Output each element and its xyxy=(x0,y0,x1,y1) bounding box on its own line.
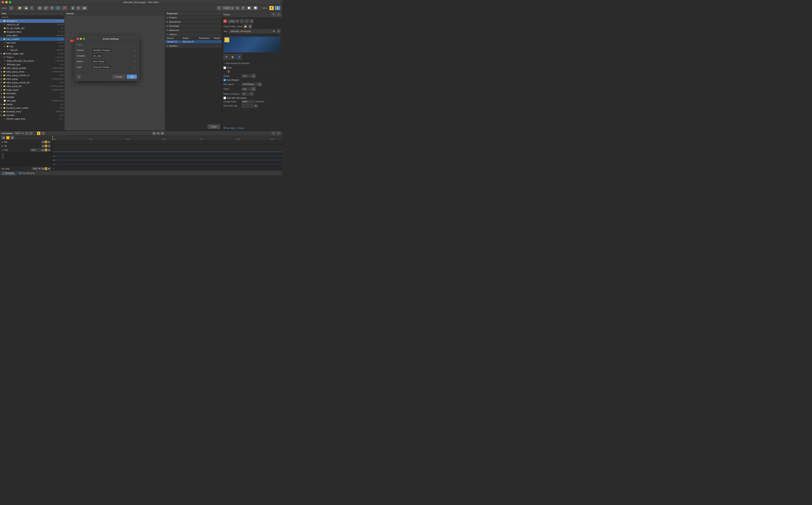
tilt-next[interactable]: ▶ xyxy=(48,145,50,147)
share-btn[interactable]: ⬅ xyxy=(77,74,81,79)
pan-speed-input[interactable] xyxy=(242,83,258,86)
key-star-btn[interactable]: ★ xyxy=(37,132,40,135)
anim-settings-btn[interactable]: ↻ xyxy=(272,131,276,135)
change-node-input[interactable] xyxy=(242,100,254,103)
var-stop-prev[interactable]: ◀ xyxy=(41,167,44,170)
pin-btn[interactable]: 📌 xyxy=(62,6,67,10)
maximize-button[interactable] xyxy=(9,1,11,3)
tree-item-vp-vimeo[interactable]: ▶ 📁 video_popup_vimeo ↑0.00%,0.00% xyxy=(0,70,64,73)
pan-speed-stepper[interactable]: ▲ xyxy=(258,82,262,86)
tree-item-img-popup[interactable]: ▶ 📁 image_popup ↑0.00%,0.00% xyxy=(0,88,64,92)
zoom-dropdown[interactable]: ▼ xyxy=(235,6,240,10)
tree-item-vp-controls-url[interactable]: ▶ 📁 video_popup_controls_url ↑0,10 xyxy=(0,73,64,77)
fov-prev[interactable]: ◀ xyxy=(41,149,44,151)
pan-key[interactable]: ◆ xyxy=(44,141,47,143)
tree-item-do-not-modify[interactable]: 📁 do_not_modify_skin ↑0,0 xyxy=(0,26,64,30)
output-icon-play[interactable]: ▶ xyxy=(230,54,236,60)
advanced-header[interactable]: ▶ Advanced xyxy=(165,28,222,32)
output-icon-settings[interactable]: ⚙ xyxy=(224,54,229,60)
fly-in-info-btn[interactable]: ℹ xyxy=(227,70,230,73)
output-link[interactable]: ⬆ Output xyxy=(236,127,244,129)
dialog-max-btn[interactable] xyxy=(83,38,85,40)
skin-edit-btn[interactable]: ✎ xyxy=(276,29,280,33)
tree-item-info[interactable]: ▶ 📁 information ↑0,0 xyxy=(0,92,64,95)
add-output-btn[interactable]: + xyxy=(240,19,244,23)
var-stop-key[interactable]: ◆ xyxy=(44,167,47,170)
nav-btn[interactable]: ◀▶ xyxy=(82,6,88,10)
tree-item-vp-cf[interactable]: ▶ 📁 video_popup_controls_file ↑0,10 xyxy=(0,81,64,85)
dialog-close-btn[interactable] xyxy=(77,38,79,40)
tree-item-dropdown[interactable]: 📁 Dropdown Menu ↖-2,15 xyxy=(0,30,64,34)
return-horizon-input[interactable] xyxy=(242,93,250,96)
tree-item-map-container[interactable]: ▼ 📁 map_container ↗20,20 xyxy=(0,37,64,41)
browse-folder-btn[interactable]: 📁 xyxy=(243,24,247,28)
settings-btn[interactable]: ⚙ xyxy=(49,6,54,10)
tree-item-360gyro[interactable]: □ 360image_gyro ↑0,0 xyxy=(0,62,64,66)
remove-clip-btn[interactable]: ✕ xyxy=(29,132,33,135)
prev-frame-btn[interactable]: ⏮ xyxy=(152,132,156,135)
appearance-header[interactable]: ▶ Appearance xyxy=(165,20,222,24)
close-button[interactable] xyxy=(2,1,4,3)
export-btn[interactable]: ⬆ xyxy=(241,6,245,10)
speed-stepper-up[interactable]: ▲ xyxy=(252,74,256,78)
tab-animation[interactable]: ◷ Animation xyxy=(2,171,15,175)
delay-stepper[interactable]: ▲ xyxy=(252,87,256,91)
sidebar-close-btn[interactable]: ✕ xyxy=(276,12,280,16)
tree-item-vp-yt[interactable]: ▶ 📁 video_popup_youtube ↑0.00%,0.00% xyxy=(0,66,64,70)
tree-item-map-close[interactable]: ✕ map_close ↗17,19 xyxy=(0,41,64,44)
globe-btn[interactable]: 🌐 xyxy=(55,6,61,10)
playhead[interactable] xyxy=(52,136,53,140)
var-stop-next[interactable]: ▶ xyxy=(48,167,50,170)
dialog-min-btn[interactable] xyxy=(80,38,82,40)
window-controls[interactable] xyxy=(2,1,11,3)
tab-tour-browser[interactable]: 🌐 Tour Browser xyxy=(18,172,36,175)
ok-btn[interactable]: OK xyxy=(127,74,137,79)
grid-btn[interactable]: ⊞ xyxy=(76,6,81,10)
tree-item-elem-alpha[interactable]: □ element_alpha_timer ↑0,... xyxy=(0,117,64,121)
analytics-btn[interactable]: 📊 xyxy=(253,6,258,10)
tree-scroll[interactable]: ▶ 📁 Rectangle 1 ↗32,306 □ sound_on_off ↖… xyxy=(0,19,64,131)
export-output-btn[interactable]: ⬆ xyxy=(250,19,254,23)
arrow-tool[interactable]: ↖ xyxy=(9,6,13,10)
return-info-btn[interactable]: ℹ xyxy=(250,92,254,96)
tree-item-webpage[interactable]: 📄 web_page ↑0.00%,0.00% xyxy=(0,99,64,103)
nav-left-btn[interactable]: ◀ xyxy=(2,136,5,140)
zoom-select[interactable]: 100% xyxy=(222,6,234,10)
auto-rotation-checkbox[interactable] xyxy=(224,79,226,81)
video-btn[interactable]: ▶ xyxy=(71,6,75,10)
tree-item-thumb-mobile[interactable]: ▶ 📁 thumbnail_menu_mobile ↓0,10 xyxy=(0,106,64,110)
link-btn[interactable]: 🔗 xyxy=(43,6,49,10)
add-clip-btn[interactable]: + xyxy=(25,132,29,135)
clip-select[interactable]: Clip03 xyxy=(13,132,24,135)
tree-item-controller[interactable]: ▶ 📁 controller ↑0,23 xyxy=(0,113,64,117)
source-select[interactable]: Variable Changed xyxy=(92,48,112,52)
play-btn[interactable]: ⏸ xyxy=(156,132,160,135)
open-btn[interactable]: 📁 xyxy=(17,6,23,10)
delay-input[interactable] xyxy=(242,88,252,91)
actions-header[interactable]: ▼ Actions xyxy=(165,32,222,36)
fly-in-checkbox[interactable] xyxy=(224,66,226,69)
modifiers-header[interactable]: ▶ Modifiers xyxy=(165,44,222,48)
close-properties-btn[interactable]: Close xyxy=(208,125,220,129)
undo-btn[interactable]: ↩ xyxy=(217,6,221,10)
tree-item-toggle-map[interactable]: ▶ 📁 button_toggle_map ↗20,20 xyxy=(0,52,64,55)
fov-next[interactable]: ▶ xyxy=(48,149,50,151)
tree-item-snow[interactable]: □ snow_effect ↗431,461 xyxy=(0,34,64,37)
tree-item-thumb-menu[interactable]: ▶ 📁 thumbnail_menu ↑0.00%,65 xyxy=(0,110,64,113)
key-del-btn[interactable]: ✕ xyxy=(41,132,45,135)
tree-item-map[interactable]: ▶ 📁 map ↗15,5 xyxy=(0,44,64,48)
fov-input[interactable] xyxy=(30,149,41,152)
add-action-btn[interactable]: + xyxy=(220,37,221,39)
tree-item-userdata[interactable]: ▶ 📁 userdata ↑0,0 xyxy=(0,95,64,99)
output-icon-share[interactable]: 👤 xyxy=(236,54,242,60)
tools-star-btn[interactable]: ★ xyxy=(269,6,274,10)
action-table-row[interactable]: Variable Ch... Stop Auto R... xyxy=(165,40,222,44)
canvas-red-rect[interactable] xyxy=(70,40,74,42)
tree-item-vp[interactable]: ▶ 📁 video_popup ↑0.00%,0.00% xyxy=(0,77,64,81)
anim-close-btn[interactable]: ✕ xyxy=(276,131,280,135)
tree-item-rectangle1[interactable]: ▶ 📁 Rectangle 1 ↗32,306 xyxy=(0,19,64,23)
minimize-button[interactable] xyxy=(5,1,8,3)
timeline-tracks[interactable]: 90° 70° 30° 0° ◆ false true xyxy=(52,141,282,171)
remove-output-btn[interactable]: ✕ xyxy=(245,19,249,23)
tour-map-link[interactable]: 🗺 Tour Map xyxy=(224,127,235,129)
